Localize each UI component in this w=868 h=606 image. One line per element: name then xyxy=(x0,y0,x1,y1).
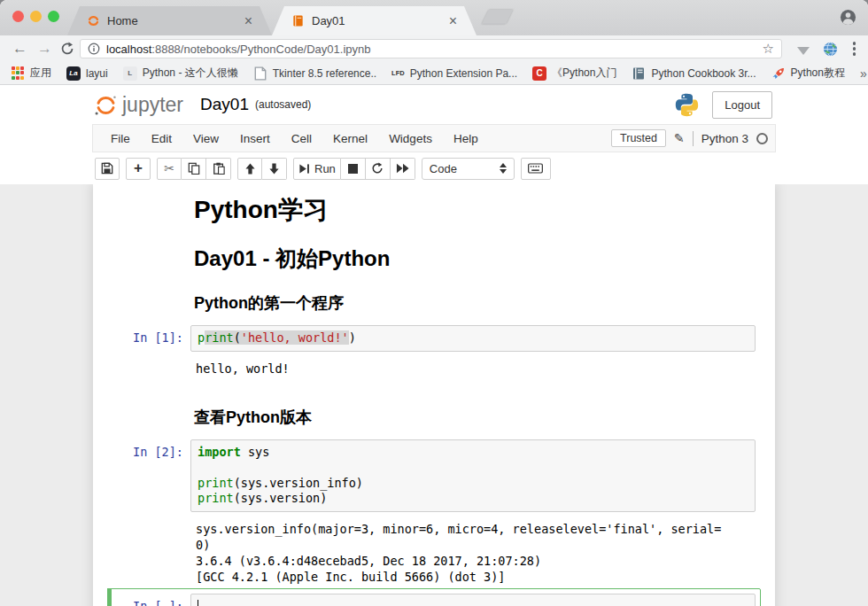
heading-level-2: Day01 - 初始Python xyxy=(194,246,756,271)
trusted-button[interactable]: Trusted xyxy=(611,129,666,147)
new-tab-button[interactable] xyxy=(482,10,513,24)
interrupt-kernel-button[interactable] xyxy=(341,158,366,180)
cell-prompt xyxy=(112,288,190,293)
red-c-icon: C xyxy=(532,66,546,81)
select-arrows-icon xyxy=(500,163,507,174)
bookmarks-bar: 应用 La layui L Python - 这个人很懒 Tkinter 8.5… xyxy=(0,62,868,85)
markdown-cell[interactable]: Python学习 xyxy=(107,185,761,233)
run-cell-button[interactable]: Run xyxy=(293,158,341,180)
apps-grid-icon xyxy=(11,66,25,81)
download-arrow-icon[interactable] xyxy=(797,47,810,55)
tab-home[interactable]: Home × xyxy=(67,6,272,35)
back-icon[interactable]: ← xyxy=(12,41,27,57)
scissors-icon: ✂ xyxy=(164,161,174,175)
bookmark-python-blog[interactable]: L Python - 这个人很懒 xyxy=(123,66,238,81)
globe-icon[interactable] xyxy=(823,42,838,57)
arrow-down-icon xyxy=(268,163,280,175)
menu-view[interactable]: View xyxy=(182,132,229,145)
code-cell[interactable]: In [1]:print('hello, world!') xyxy=(107,320,761,357)
restart-run-all-button[interactable] xyxy=(391,158,415,180)
bookmark-python-extension[interactable]: LFD Python Extension Pa... xyxy=(391,67,517,80)
notebook-toolbar: + ✂ xyxy=(0,152,868,184)
kernel-status-icon xyxy=(756,133,768,144)
menu-kernel[interactable]: Kernel xyxy=(322,132,378,145)
cell-output: sys.version_info(major=3, minor=6, micro… xyxy=(107,517,761,588)
markdown-cell[interactable]: Day01 - 初始Python xyxy=(107,233,761,283)
restart-kernel-button[interactable] xyxy=(366,158,391,180)
menu-insert[interactable]: Insert xyxy=(229,132,281,145)
bookmark-layui[interactable]: La layui xyxy=(66,66,108,81)
profile-icon[interactable] xyxy=(840,9,856,26)
edit-mode-pencil-icon: ✎ xyxy=(674,131,685,145)
text-cursor xyxy=(198,600,198,606)
notebook-title[interactable]: Day01 xyxy=(200,95,249,114)
url-box[interactable]: localhost:8888/notebooks/PythonCode/Day0… xyxy=(80,39,782,58)
cut-cell-button[interactable]: ✂ xyxy=(157,158,182,180)
copy-cell-button[interactable] xyxy=(182,158,206,180)
browser-menu-icon[interactable] xyxy=(853,42,856,56)
tab-day01-label: Day01 xyxy=(312,14,442,27)
cell-prompt: In [2]: xyxy=(112,439,190,461)
move-cell-down-button[interactable] xyxy=(262,158,287,180)
move-cell-up-button[interactable] xyxy=(237,158,262,180)
browser-tab-bar: Home × Day01 × xyxy=(0,0,868,35)
notebook-content-area: Python学习Day01 - 初始PythonPython的第一个程序In [… xyxy=(0,184,868,606)
menu-help[interactable]: Help xyxy=(443,132,489,145)
notebook-menu-bar: File Edit View Insert Cell Kernel Widget… xyxy=(92,124,776,152)
add-cell-button[interactable]: + xyxy=(126,158,151,180)
menu-widgets[interactable]: Widgets xyxy=(378,132,443,145)
bookmark-cookbook[interactable]: Python Cookbook 3r... xyxy=(632,66,756,81)
code-input[interactable]: print('hello, world!') xyxy=(190,325,756,352)
keyboard-icon xyxy=(528,163,543,174)
tab-day01[interactable]: Day01 × xyxy=(272,6,477,35)
code-input[interactable]: import sys print(sys.version_info) print… xyxy=(190,439,756,512)
bookmark-python-tutorial[interactable]: Python教程 xyxy=(771,66,845,81)
minimize-window-button[interactable] xyxy=(30,11,42,22)
code-cell[interactable]: In [2]:import sys print(sys.version_info… xyxy=(107,434,761,517)
autosave-status: (autosaved) xyxy=(255,98,311,111)
close-window-button[interactable] xyxy=(12,11,24,22)
refresh-icon[interactable] xyxy=(60,42,74,56)
arrow-up-icon xyxy=(244,163,256,175)
page-icon xyxy=(253,66,267,81)
jupyter-header: jupyter Day01 (autosaved) Logout xyxy=(0,85,868,124)
logout-button[interactable]: Logout xyxy=(712,91,772,119)
forward-icon[interactable]: → xyxy=(37,41,52,57)
code-cell[interactable]: In [ ]: xyxy=(107,588,761,606)
bookmark-python-intro[interactable]: C 《Python入门 xyxy=(532,66,616,81)
stop-icon xyxy=(348,164,358,174)
command-palette-button[interactable] xyxy=(521,158,551,180)
info-icon[interactable] xyxy=(88,43,100,55)
tab-day01-close-icon[interactable]: × xyxy=(449,15,457,27)
menu-edit[interactable]: Edit xyxy=(141,132,182,145)
restart-icon xyxy=(371,162,384,175)
rocket-icon xyxy=(771,66,786,81)
code-input[interactable] xyxy=(190,594,756,606)
cell-prompt xyxy=(112,190,190,196)
cell-type-select[interactable]: Code xyxy=(422,158,515,180)
save-button[interactable] xyxy=(95,158,120,180)
jupyter-spinner-icon xyxy=(87,14,100,27)
kernel-name: Python 3 xyxy=(701,132,748,145)
cell-output: hello, world! xyxy=(107,357,761,380)
bookmark-tkinter[interactable]: Tkinter 8.5 reference.. xyxy=(253,66,376,81)
copy-icon xyxy=(188,162,200,175)
cell-prompt xyxy=(112,238,190,244)
url-text[interactable]: localhost:8888/notebooks/PythonCode/Day0… xyxy=(106,43,371,56)
markdown-cell[interactable]: 查看Python版本 xyxy=(107,397,761,434)
zoom-window-button[interactable] xyxy=(48,11,59,22)
save-icon xyxy=(101,162,113,175)
menu-file[interactable]: File xyxy=(100,132,141,145)
tab-home-close-icon[interactable]: × xyxy=(244,15,252,27)
cell-type-value: Code xyxy=(430,162,457,175)
cell-prompt: In [ ]: xyxy=(112,594,190,606)
menu-cell[interactable]: Cell xyxy=(281,132,322,145)
bookmark-apps[interactable]: 应用 xyxy=(11,66,51,81)
tab-home-label: Home xyxy=(107,14,237,27)
bookmarks-overflow-icon[interactable]: » xyxy=(860,66,867,81)
jupyter-logo[interactable]: jupyter xyxy=(94,93,183,117)
markdown-cell[interactable]: Python的第一个程序 xyxy=(107,283,761,320)
paste-cell-button[interactable] xyxy=(206,158,231,180)
divider xyxy=(693,131,694,146)
bookmark-star-icon[interactable]: ☆ xyxy=(763,41,774,57)
